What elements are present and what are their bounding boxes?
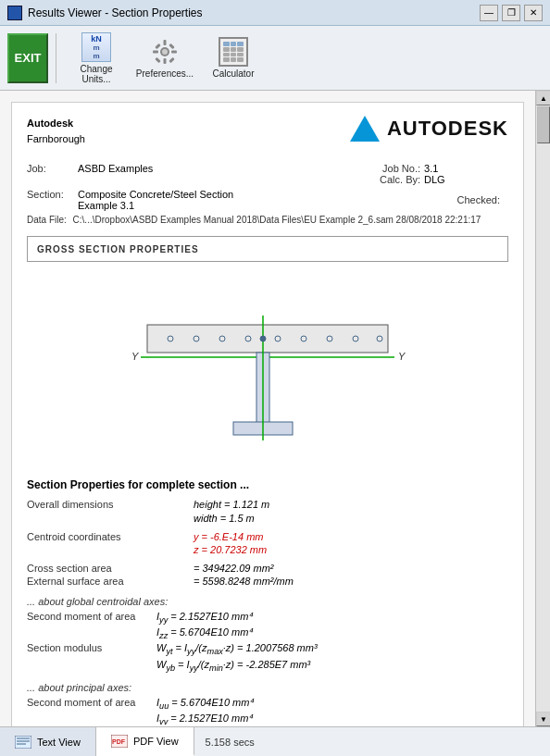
section-modulus-Wyb-row: Wyb = Iyy/(zmin·z) = -2.285E7 mm³ <box>27 659 508 673</box>
svg-rect-13 <box>147 325 388 353</box>
cross-section-area-row: Cross section area = 349422.09 mm² <box>27 563 508 574</box>
svg-rect-7 <box>169 43 174 49</box>
svg-text:PDF: PDF <box>112 738 126 745</box>
second-moment-Ivv-row: Ivv = 2.1527E10 mm⁴ <box>27 713 508 726</box>
change-units-label: Change Units... <box>65 64 128 84</box>
calculator-button[interactable]: Calculator <box>201 31 266 85</box>
scrollbar[interactable]: ▲ ▼ <box>535 91 550 726</box>
cross-section-diagram: Y Y <box>124 279 411 454</box>
external-surface-row: External surface area = 5598.8248 mm²/mm <box>27 576 508 587</box>
overall-width-row: width = 1.5 m <box>27 513 508 524</box>
scrollbar-thumb[interactable] <box>537 106 550 143</box>
data-file-value: C:\...\Dropbox\ASBD Examples Manual 2018… <box>73 215 481 225</box>
job-no-label: Job No.: <box>346 163 420 174</box>
overall-dim-width: width = 1.5 m <box>194 513 255 524</box>
overall-width-label-empty <box>27 513 194 524</box>
svg-text:Y: Y <box>131 351 139 362</box>
gear-icon <box>150 37 180 67</box>
section-info-table: Section: Composite Concrete/Steel Sectio… <box>27 189 508 211</box>
svg-rect-27 <box>15 736 31 749</box>
svg-rect-6 <box>155 43 160 49</box>
close-button[interactable]: ✕ <box>524 5 543 21</box>
preferences-icon <box>150 37 180 67</box>
scrollbar-track-area[interactable] <box>536 144 550 712</box>
job-label: Job: <box>27 163 78 174</box>
calc-by-value-empty <box>78 174 346 185</box>
content-area[interactable]: Autodesk Farnborough AUTODESK Job: ASBD … <box>0 91 535 726</box>
scrollbar-up-button[interactable]: ▲ <box>536 91 550 105</box>
app-icon <box>7 6 22 20</box>
status-time: 5.158 secs <box>194 727 266 756</box>
title-bar: Results Viewer - Section Properties — ❐ … <box>0 0 550 26</box>
checked-value <box>500 189 508 211</box>
pdf-view-icon: PDF <box>111 735 128 748</box>
centroid-z: z = 20.7232 mm <box>194 544 267 555</box>
text-view-tab[interactable]: Text View <box>0 727 96 756</box>
section-modulus-Wyt: Wyt = Iyy/(zmax·z) = 1.2007568 mm³ <box>156 642 318 656</box>
checked-label: Checked: <box>426 189 500 211</box>
svg-rect-5 <box>171 51 177 54</box>
second-moment-Iuu: Iuu = 5.6704E10 mm⁴ <box>156 697 253 711</box>
pdf-view-label: PDF View <box>133 736 179 747</box>
calc-by-label-empty <box>27 174 78 185</box>
centroid-label-row: Centroid coordinates y = -6.E-14 mm <box>27 531 508 542</box>
minimize-button[interactable]: — <box>480 5 498 21</box>
preferences-button[interactable]: Preferences... <box>132 31 197 85</box>
principal-axes-header: ... about principal axes: <box>27 682 508 693</box>
document-panel: Autodesk Farnborough AUTODESK Job: ASBD … <box>11 102 524 726</box>
external-surface-label: External surface area <box>27 576 194 587</box>
scrollbar-down-button[interactable]: ▼ <box>536 712 550 726</box>
pdf-view-tab[interactable]: PDF PDF View <box>96 727 194 756</box>
calculator-icon <box>219 37 248 67</box>
calculator-label: Calculator <box>212 68 254 79</box>
svg-rect-9 <box>169 57 174 63</box>
external-surface-value: = 5598.8248 mm²/mm <box>194 576 294 587</box>
section-example: Example 3.1 <box>78 200 426 211</box>
job-no-value: 3.1 <box>420 163 508 174</box>
second-moment-Iyy: Iyy = 2.1527E10 mm⁴ <box>156 611 252 625</box>
section-title: GROSS SECTION PROPERTIES <box>37 244 199 254</box>
change-units-button[interactable]: kN m m Change Units... <box>64 31 129 85</box>
svg-rect-8 <box>155 57 160 63</box>
section-modulus-Wyb-empty <box>27 659 156 673</box>
doc-header-left: Autodesk Farnborough <box>27 116 85 146</box>
second-moment-Izz: Izz = 5.6704E10 mm⁴ <box>156 626 252 640</box>
section-value-line1: Composite Concrete/Steel Section <box>78 189 426 200</box>
autodesk-triangle-icon <box>350 116 380 142</box>
second-moment-global-label: Second moment of area <box>27 611 156 625</box>
data-file-label: Data File: <box>27 215 67 225</box>
autodesk-logo-text: AUTODESK <box>387 117 508 141</box>
second-moment-principal-row: Second moment of area Iuu = 5.6704E10 mm… <box>27 697 508 711</box>
time-value: 5.158 secs <box>206 737 255 748</box>
overall-dimensions-row: Overall dimensions height = 1.121 m <box>27 499 508 510</box>
svg-rect-4 <box>153 51 158 54</box>
toolbar: EXIT kN m m Change Units... <box>0 26 550 91</box>
section-label: Section: <box>27 189 78 211</box>
svg-rect-2 <box>164 40 167 45</box>
window-controls: — ❐ ✕ <box>480 5 543 21</box>
company-location: Farnborough <box>27 131 85 147</box>
second-moment-Ivv: Ivv = 2.1527E10 mm⁴ <box>156 713 252 726</box>
svg-rect-3 <box>164 58 167 64</box>
preferences-label: Preferences... <box>136 68 194 79</box>
text-view-label: Text View <box>37 737 81 748</box>
calc-icon-graphic <box>219 37 248 67</box>
second-moment-Izz-empty <box>27 626 156 640</box>
restore-button[interactable]: ❐ <box>502 5 520 21</box>
window-title: Results Viewer - Section Properties <box>28 6 480 19</box>
cross-section-area-label: Cross section area <box>27 563 194 574</box>
second-moment-global-row: Second moment of area Iyy = 2.1527E10 mm… <box>27 611 508 625</box>
centroid-z-empty <box>27 544 194 555</box>
section-title-box: GROSS SECTION PROPERTIES <box>27 236 508 262</box>
section-value: Composite Concrete/Steel Section Example… <box>78 189 426 211</box>
global-axes-header: ... about global centroidal axes: <box>27 596 508 607</box>
doc-header: Autodesk Farnborough AUTODESK <box>27 116 508 154</box>
job-info-table: Job: ASBD Examples Job No.: 3.1 Calc. By… <box>27 163 508 185</box>
properties-title: Section Properties for complete section … <box>27 478 508 491</box>
exit-button[interactable]: EXIT <box>7 33 48 83</box>
section-modulus-global-row: Section modulus Wyt = Iyy/(zmax·z) = 1.2… <box>27 642 508 656</box>
autodesk-logo: AUTODESK <box>350 116 508 142</box>
text-view-icon <box>15 736 31 749</box>
change-units-icon: kN m m <box>81 32 111 62</box>
status-bar: Text View PDF PDF View 5.158 secs <box>0 726 550 756</box>
